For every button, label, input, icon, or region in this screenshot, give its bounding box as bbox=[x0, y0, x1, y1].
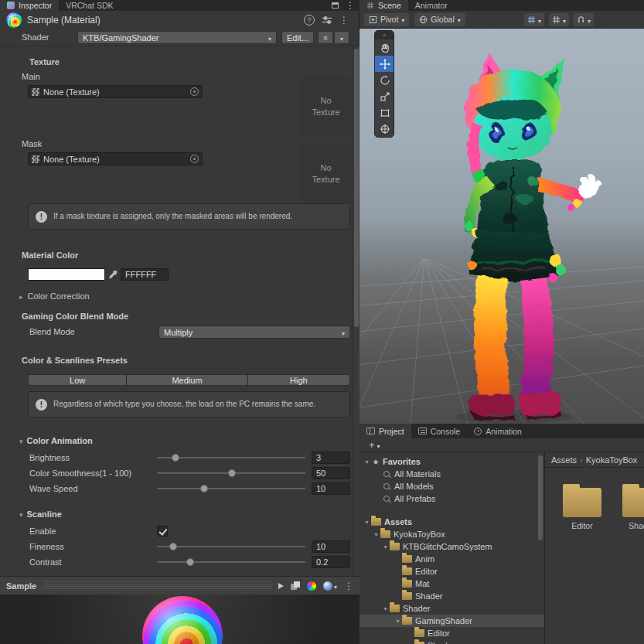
shader-more-button[interactable] bbox=[334, 31, 349, 44]
wave-speed-field[interactable]: 10 bbox=[312, 482, 350, 495]
folder-tile-editor[interactable]: Editor bbox=[561, 488, 604, 530]
tree-item-anim[interactable]: Anim bbox=[359, 553, 544, 565]
create-button[interactable]: + bbox=[369, 439, 375, 451]
tree-item-kyokatoybox[interactable]: KyokaToyBox bbox=[359, 528, 544, 540]
tab-animation[interactable]: Animation bbox=[467, 424, 529, 438]
favorites-item-all-models[interactable]: All Models bbox=[359, 480, 544, 492]
grid-snapping-dropdown[interactable] bbox=[549, 13, 569, 26]
shader-list-button[interactable]: ≡ bbox=[318, 31, 333, 44]
preset-low-button[interactable]: Low bbox=[29, 375, 126, 385]
material-color-swatch[interactable] bbox=[28, 268, 105, 281]
folder-tile-shader[interactable]: Shader bbox=[620, 488, 644, 530]
preset-high-button[interactable]: High bbox=[248, 375, 349, 385]
rect-tool-button[interactable] bbox=[375, 104, 394, 121]
move-tool-button[interactable] bbox=[375, 56, 394, 72]
tab-vrchat-sdk[interactable]: VRChat SDK bbox=[59, 0, 120, 11]
scene-viewport[interactable] bbox=[359, 29, 644, 424]
foldout-arrow-icon[interactable] bbox=[363, 458, 371, 465]
object-picker-icon[interactable] bbox=[190, 87, 199, 96]
pivot-dropdown[interactable]: Pivot bbox=[364, 13, 409, 26]
color-smoothness-slider[interactable] bbox=[157, 467, 305, 479]
brightness-slider[interactable] bbox=[157, 451, 305, 464]
material-preview-area[interactable] bbox=[0, 595, 359, 644]
shader-dropdown[interactable]: KTB/GamingShader bbox=[77, 31, 277, 44]
presets-icon[interactable] bbox=[322, 15, 332, 26]
project-tree-scrollbar[interactable] bbox=[538, 454, 543, 642]
main-texture-preview[interactable]: No Texture bbox=[301, 77, 351, 135]
eyedropper-icon[interactable] bbox=[108, 269, 118, 280]
color-smoothness-field[interactable]: 50 bbox=[312, 467, 350, 479]
tree-item-editor-2[interactable]: Editor bbox=[359, 627, 544, 639]
tree-item-shader[interactable]: Shader bbox=[359, 590, 544, 602]
wave-speed-slider[interactable] bbox=[157, 482, 305, 495]
scrollbar-thumb[interactable] bbox=[538, 455, 543, 540]
slider-handle[interactable] bbox=[228, 469, 236, 477]
tree-item-assets[interactable]: Assets bbox=[359, 516, 544, 528]
slider-track[interactable] bbox=[157, 561, 305, 563]
tab-project[interactable]: Project bbox=[359, 424, 411, 438]
foldout-arrow-icon[interactable] bbox=[394, 618, 402, 625]
favorites-item-all-prefabs[interactable]: All Prefabs bbox=[359, 492, 544, 505]
foldout-arrow-icon[interactable] bbox=[372, 531, 380, 538]
transform-tool-button[interactable] bbox=[375, 121, 394, 137]
material-preview-sphere[interactable] bbox=[142, 596, 223, 644]
global-dropdown[interactable]: Global bbox=[414, 13, 465, 26]
snap-increment-dropdown[interactable] bbox=[574, 13, 594, 26]
slider-handle[interactable] bbox=[169, 543, 177, 550]
rotate-tool-button[interactable] bbox=[375, 72, 394, 88]
object-picker-icon[interactable] bbox=[190, 155, 199, 163]
preview-drag-handle[interactable] bbox=[43, 581, 271, 591]
color-channels-icon[interactable] bbox=[307, 581, 316, 591]
scanline-enable-checkbox[interactable] bbox=[157, 526, 168, 537]
tree-item-ktbglitchcamosystem[interactable]: KTBGlitchCamoSystem bbox=[359, 540, 544, 553]
view-hand-tool-button[interactable] bbox=[375, 39, 394, 56]
color-animation-foldout[interactable]: Color Animation bbox=[19, 436, 93, 445]
slider-handle[interactable] bbox=[200, 485, 208, 492]
tab-animator[interactable]: Animator bbox=[408, 0, 455, 11]
tree-item-gamingshader[interactable]: GamingShader bbox=[359, 615, 544, 627]
mask-texture-field[interactable]: None (Texture) bbox=[28, 152, 203, 165]
contrast-slider[interactable] bbox=[157, 556, 305, 568]
brightness-field[interactable]: 3 bbox=[312, 451, 350, 464]
favorites-header[interactable]: Favorites bbox=[359, 455, 544, 468]
slider-track[interactable] bbox=[157, 488, 305, 489]
hex-color-field[interactable]: FFFFFF bbox=[121, 268, 169, 281]
preview-menu-icon[interactable] bbox=[344, 581, 353, 591]
mask-texture-preview[interactable]: No Texture bbox=[301, 145, 351, 203]
slider-handle[interactable] bbox=[186, 558, 194, 566]
foldout-arrow-icon[interactable] bbox=[381, 605, 390, 612]
scrollbar-thumb[interactable] bbox=[354, 49, 359, 327]
grid-visibility-dropdown[interactable] bbox=[524, 13, 544, 26]
help-icon[interactable] bbox=[304, 15, 315, 26]
tree-item-mat[interactable]: Mat bbox=[359, 578, 544, 590]
foldout-arrow-icon[interactable] bbox=[363, 519, 371, 526]
preview-shape-dropdown[interactable] bbox=[323, 581, 337, 591]
breadcrumb-current[interactable]: KyokaToyBox bbox=[586, 455, 638, 465]
blend-mode-dropdown[interactable]: Multiply bbox=[158, 325, 350, 339]
scanline-foldout[interactable]: Scanline bbox=[19, 509, 62, 519]
tree-item-shader-3[interactable]: Shader bbox=[359, 639, 544, 644]
chevron-down-icon[interactable] bbox=[377, 441, 380, 450]
contrast-field[interactable]: 0.2 bbox=[312, 556, 350, 568]
main-texture-field[interactable]: None (Texture) bbox=[28, 85, 203, 98]
tab-inspector[interactable]: Inspector bbox=[0, 0, 59, 11]
preset-medium-button[interactable]: Medium bbox=[127, 375, 247, 385]
tab-console[interactable]: Console bbox=[411, 424, 468, 438]
color-correction-foldout[interactable]: Color Correction bbox=[19, 291, 90, 301]
tree-item-editor[interactable]: Editor bbox=[359, 565, 544, 578]
play-icon[interactable] bbox=[278, 583, 284, 589]
slider-track[interactable] bbox=[157, 546, 305, 547]
breadcrumb-root[interactable]: Assets bbox=[551, 455, 577, 465]
tab-scene[interactable]: Scene bbox=[359, 0, 408, 11]
scale-tool-button[interactable] bbox=[375, 88, 394, 104]
layers-icon[interactable] bbox=[291, 581, 300, 591]
inspector-scrollbar[interactable] bbox=[353, 46, 359, 576]
slider-handle[interactable] bbox=[172, 454, 179, 462]
fineness-field[interactable]: 10 bbox=[312, 540, 350, 553]
shader-edit-button[interactable]: Edit... bbox=[281, 31, 314, 44]
fineness-slider[interactable] bbox=[157, 540, 305, 553]
material-menu-icon[interactable] bbox=[339, 15, 349, 25]
panel-menu-icon[interactable] bbox=[346, 1, 355, 10]
foldout-arrow-icon[interactable] bbox=[381, 543, 390, 550]
maximize-icon[interactable] bbox=[332, 2, 339, 9]
